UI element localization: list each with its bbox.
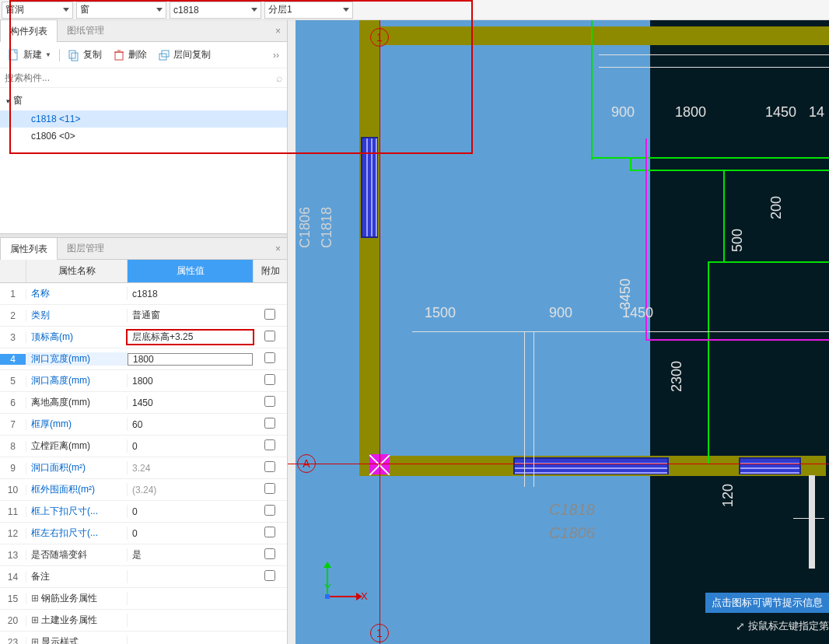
property-value[interactable]: 1800 (128, 376, 253, 387)
extra-checkbox[interactable] (264, 309, 275, 320)
delete-button[interactable]: 删除 (110, 47, 150, 63)
layer-copy-button[interactable]: 层间复制 (155, 47, 214, 63)
property-value[interactable]: 60 (128, 419, 253, 430)
hint-tooltip[interactable]: 点击图标可调节提示信息 (705, 593, 829, 613)
property-value[interactable]: 1450 (128, 397, 253, 408)
dim-label: 1800 (675, 104, 706, 121)
property-value[interactable]: 3.24 (128, 463, 253, 474)
search-row: ⌕ (0, 68, 287, 88)
extra-checkbox[interactable] (264, 439, 275, 450)
category-dropdown[interactable]: 窗洞 (2, 2, 73, 19)
layer-copy-icon (158, 49, 170, 61)
extra-checkbox[interactable] (264, 548, 275, 559)
property-value[interactable]: c1818 (128, 289, 253, 299)
svg-rect-1 (69, 51, 75, 58)
tab-drawing-manage[interactable]: 图纸管理 (58, 19, 114, 42)
col-name: 属性名称 (26, 260, 128, 282)
dim-label: 14 (809, 104, 824, 121)
new-button[interactable]: 新建 ▼ (5, 47, 54, 63)
property-row[interactable]: 14备注 (0, 566, 287, 588)
status-bar: 按鼠标左键指定第 (736, 619, 829, 633)
property-name: 框上下扣尺寸(... (26, 505, 128, 518)
extra-checkbox[interactable] (264, 396, 275, 407)
chevron-down-icon (251, 8, 257, 12)
expand-icon[interactable]: ⊞ (31, 593, 41, 604)
search-input[interactable] (5, 72, 276, 83)
property-row[interactable]: 1名称c1818 (0, 283, 287, 305)
more-icon[interactable]: ›› (270, 48, 282, 62)
extra-checkbox[interactable] (264, 570, 275, 581)
property-value[interactable]: 0 (128, 528, 253, 539)
copy-icon (68, 49, 80, 61)
type-dropdown[interactable]: 窗 (76, 2, 166, 19)
label-c1806: C1806 (297, 207, 313, 248)
property-row[interactable]: 7框厚(mm)60 (0, 414, 287, 436)
dim-label: 200 (768, 196, 785, 219)
property-value[interactable]: (3.24) (128, 485, 253, 495)
tree-leaf-c1818[interactable]: c1818 <11> (0, 110, 287, 128)
tab-property-list[interactable]: 属性列表 (0, 237, 58, 261)
item-dropdown[interactable]: c1818 (170, 2, 261, 19)
wall-segment (715, 26, 829, 45)
canvas-label-c1806: C1806 (549, 524, 595, 542)
expand-icon[interactable]: ⊞ (31, 636, 41, 644)
property-row[interactable]: 13是否随墙变斜是 (0, 544, 287, 566)
axis-line-vertical (380, 20, 380, 644)
tab-layer-manage[interactable]: 图层管理 (58, 237, 114, 260)
property-row[interactable]: 5洞口高度(mm)1800 (0, 370, 287, 392)
property-row[interactable]: 2类别普通窗 (0, 305, 287, 327)
copy-button[interactable]: 复制 (65, 47, 105, 63)
property-name: 备注 (26, 570, 128, 583)
axis-bubble-a: A (297, 454, 316, 473)
property-row[interactable]: 11框上下扣尺寸(...0 (0, 501, 287, 523)
property-row[interactable]: 3顶标高(m)层底标高+3.25 (0, 327, 287, 348)
tree-leaf-c1806[interactable]: c1806 <0> (0, 128, 287, 145)
drawing-canvas[interactable]: 1 1 A C1806 C1818 1500 900 1450 900 1800… (288, 20, 829, 644)
close-icon[interactable]: × (269, 243, 287, 254)
dim-label: 1500 (425, 305, 456, 321)
property-name: 框左右扣尺寸(... (26, 527, 128, 540)
tree-node-window[interactable]: ▾ 窗 (0, 91, 287, 110)
property-value[interactable]: 1800 (128, 353, 253, 366)
property-row[interactable]: 15⊞ 钢筋业务属性 (0, 588, 287, 610)
extra-checkbox[interactable] (264, 331, 275, 341)
extra-checkbox[interactable] (264, 374, 275, 385)
property-value[interactable]: 普通窗 (128, 309, 253, 322)
svg-rect-3 (115, 52, 123, 60)
left-sidebar: 构件列表 图纸管理 × 新建 ▼ 复制 删除 层间复制 ›› (0, 20, 288, 644)
extra-checkbox[interactable] (264, 352, 275, 363)
property-row[interactable]: 12框左右扣尺寸(...0 (0, 523, 287, 544)
expand-icon[interactable]: ⊞ (31, 614, 41, 625)
tab-component-list[interactable]: 构件列表 (0, 19, 58, 43)
extra-checkbox[interactable] (264, 505, 275, 516)
property-name: 离地高度(mm) (26, 396, 128, 409)
property-row[interactable]: 10框外围面积(m²)(3.24) (0, 479, 287, 501)
property-row[interactable]: 4洞口宽度(mm)1800 (0, 348, 287, 370)
extra-checkbox[interactable] (264, 461, 275, 472)
window-block (513, 457, 669, 474)
extra-checkbox[interactable] (264, 527, 275, 537)
property-row[interactable]: 8立樘距离(mm)0 (0, 436, 287, 457)
property-name: ⊞ 土建业务属性 (26, 614, 128, 627)
extra-checkbox[interactable] (264, 483, 275, 494)
property-value[interactable]: 层底标高+3.25 (128, 331, 253, 344)
dim-label: 900 (611, 104, 635, 121)
property-row[interactable]: 20⊞ 土建业务属性 (0, 610, 287, 632)
layer-dropdown[interactable]: 分层1 (264, 2, 353, 19)
expand-icon[interactable] (736, 620, 745, 632)
axis-bubble-1: 1 (370, 28, 389, 47)
property-row[interactable]: 23⊞ 显示样式 (0, 632, 287, 644)
property-value[interactable]: 是 (128, 548, 253, 562)
component-panel-tabs: 构件列表 图纸管理 × (0, 20, 287, 42)
extra-checkbox[interactable] (264, 418, 275, 429)
chevron-down-icon (156, 8, 163, 12)
property-value[interactable]: 0 (128, 441, 253, 452)
property-name: 顶标高(m) (26, 331, 128, 344)
property-value[interactable]: 0 (128, 506, 253, 517)
search-icon[interactable]: ⌕ (276, 72, 282, 84)
property-row[interactable]: 6离地高度(mm)1450 (0, 392, 287, 414)
property-row[interactable]: 9洞口面积(m²)3.24 (0, 457, 287, 479)
close-icon[interactable]: × (269, 26, 287, 37)
dim-label: 500 (729, 229, 746, 252)
property-name: 类别 (26, 309, 128, 322)
